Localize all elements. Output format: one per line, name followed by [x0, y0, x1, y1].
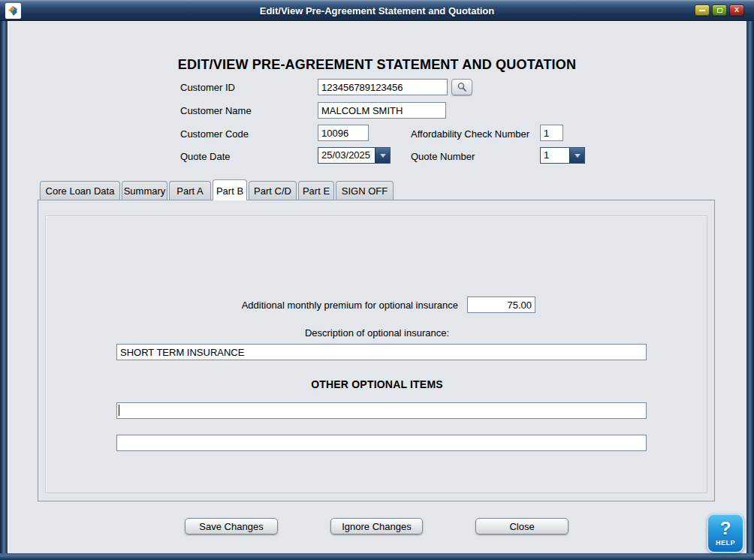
help-button[interactable]: ? HELP	[707, 513, 744, 553]
tab-part-c-d[interactable]: Part C/D	[249, 181, 297, 200]
chevron-down-icon	[380, 154, 386, 158]
premium-input[interactable]	[467, 297, 535, 313]
save-changes-button[interactable]: Save Changes	[185, 518, 278, 534]
customer-id-label: Customer ID	[180, 82, 235, 93]
other-items-heading: OTHER OPTIONAL ITEMS	[0, 378, 754, 390]
quote-number-value: 1	[541, 148, 569, 163]
quote-number-label: Quote Number	[411, 151, 475, 162]
tab-part-b[interactable]: Part B	[213, 179, 247, 200]
customer-code-label: Customer Code	[180, 128, 249, 140]
titlebar: Edit/View Pre-Agreement Statement and Qu…	[0, 0, 754, 21]
question-mark-icon: ?	[720, 520, 731, 537]
quote-number-combobox[interactable]: 1	[540, 147, 585, 164]
window-title: Edit/View Pre-Agreement Statement and Qu…	[0, 0, 754, 21]
customer-search-button[interactable]	[451, 79, 472, 95]
quote-date-value: 25/03/2025	[318, 148, 375, 163]
description-label: Description of optional insurance:	[0, 327, 754, 339]
other-item-1-wrap	[116, 402, 647, 419]
minimize-button[interactable]	[695, 5, 710, 16]
window-border-left	[0, 21, 8, 560]
quote-date-dropdown-button[interactable]	[375, 148, 390, 163]
tab-sign-off[interactable]: SIGN OFF	[336, 181, 394, 200]
customer-name-label: Customer Name	[180, 105, 252, 116]
window-border-bottom	[0, 553, 754, 560]
maximize-button[interactable]	[712, 5, 727, 16]
tab-core-loan-data[interactable]: Core Loan Data	[40, 181, 120, 200]
application-window: Edit/View Pre-Agreement Statement and Qu…	[0, 0, 754, 560]
quote-date-combobox[interactable]: 25/03/2025	[318, 147, 391, 164]
close-button[interactable]: X	[729, 5, 744, 16]
minimize-icon	[699, 10, 705, 11]
close-dialog-button[interactable]: Close	[475, 518, 569, 534]
customer-code-input[interactable]	[318, 125, 369, 141]
chevron-down-icon	[575, 154, 581, 158]
close-icon: X	[734, 7, 739, 14]
text-cursor	[119, 405, 119, 416]
tab-part-e[interactable]: Part E	[298, 181, 334, 200]
customer-name-input[interactable]	[318, 102, 446, 119]
tab-part-a[interactable]: Part A	[169, 181, 211, 200]
quote-number-dropdown-button[interactable]	[569, 148, 584, 163]
description-input[interactable]	[116, 344, 647, 360]
help-label: HELP	[716, 539, 735, 546]
affordability-check-number-input[interactable]	[540, 125, 563, 141]
customer-id-input[interactable]	[318, 79, 448, 95]
other-item-1-input[interactable]	[116, 402, 647, 419]
tab-summary[interactable]: Summary	[122, 181, 167, 200]
window-border-right	[746, 21, 754, 560]
search-icon	[457, 82, 467, 92]
other-item-2-input[interactable]	[116, 435, 647, 451]
maximize-icon	[717, 8, 722, 13]
ignore-changes-button[interactable]: Ignore Changes	[330, 518, 423, 534]
premium-label: Additional monthly premium for optional …	[0, 300, 458, 311]
quote-date-label: Quote Date	[180, 151, 231, 162]
page-title: EDIT/VIEW PRE-AGREEMENT STATEMENT AND QU…	[8, 57, 746, 73]
affordability-check-number-label: Affordability Check Number	[411, 128, 529, 140]
